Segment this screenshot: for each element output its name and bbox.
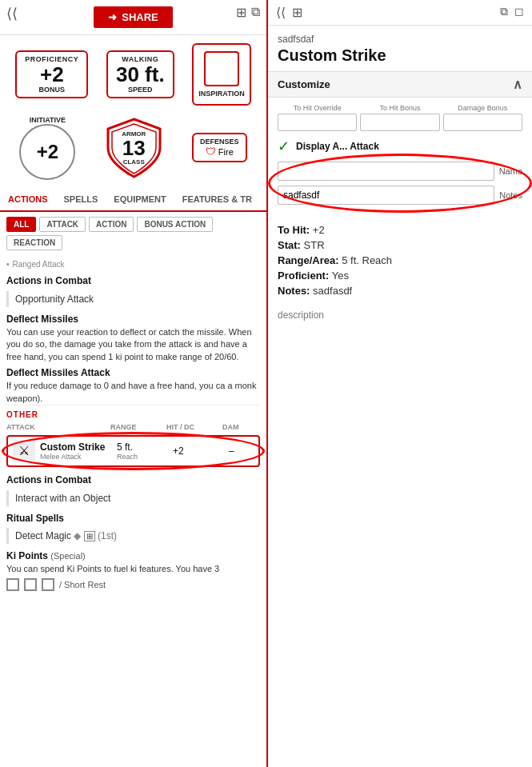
attack-name-col: ⚔ Custom Strike Melee Attack [13, 440, 117, 462]
rp-title: Custom Strike [268, 45, 532, 71]
name-input[interactable] [278, 162, 494, 181]
to-hit-value: +2 [313, 224, 325, 236]
ki-checkbox-row: / Short Rest [6, 575, 260, 594]
hit-bonus-label: To Hit Bonus [379, 104, 420, 112]
attack-icon-box: ⚔ [13, 440, 35, 462]
filter-bonus-action[interactable]: BONUS ACTION [137, 217, 213, 232]
window-icon-2[interactable]: ◻ [514, 5, 524, 20]
ki-checkbox-2[interactable] [24, 578, 37, 591]
filter-row: ALL ATTACK ACTION BONUS ACTION REACTION [0, 212, 266, 255]
back-icon[interactable]: ⟨⟨ [6, 5, 18, 22]
inspiration-label: INSPIRATION [198, 90, 244, 98]
walking-value: 30 ft. [116, 63, 165, 86]
stats-row: PROFICIENCY +2 BONUS WALKING 30 ft. SPEE… [0, 35, 266, 110]
ki-checkbox-3[interactable] [42, 578, 54, 591]
notes-display-strong: Notes: [278, 285, 310, 297]
detect-magic-item[interactable]: Detect Magic ◆ ⊞ (1st) [6, 528, 260, 544]
walking-label-bottom: SPEED [116, 86, 165, 94]
green-check-icon: ✓ [278, 138, 290, 155]
fire-label: Fire [218, 147, 234, 157]
ki-checkbox-1[interactable] [6, 578, 19, 591]
share-label: SHARE [122, 11, 158, 23]
attack-table-header: ATTACK RANGE HIT / DC DAM [6, 421, 260, 433]
other-label: OTHER [6, 405, 260, 421]
to-hit-strong: To Hit: [278, 224, 310, 236]
proficiency-box: PROFICIENCY +2 BONUS [15, 50, 88, 99]
notes-label: Notes [499, 190, 522, 200]
rp-top-nav: ⟨⟨ ⊞ ⧉ ◻ [268, 0, 532, 26]
col-hit: HIT / DC [166, 423, 222, 431]
deflect-missiles-attack-desc: If you reduce damage to 0 and have a fre… [6, 380, 260, 405]
custom-strike-row[interactable]: ⚔ Custom Strike Melee Attack 5 ft. Reach… [6, 435, 260, 467]
damage-bonus-input[interactable] [443, 114, 522, 131]
filter-action[interactable]: ACTION [89, 217, 134, 232]
collapse-icon[interactable]: ∧ [513, 77, 522, 92]
damage-bonus-label: Damage Bonus [458, 104, 507, 112]
defenses-label: DEFENSES [200, 138, 239, 146]
attack-name: Custom Strike [40, 441, 105, 453]
filter-reaction[interactable]: REACTION [6, 235, 62, 250]
attack-hit: +2 [173, 445, 229, 457]
rp-subtitle: sadfsdaf [268, 26, 532, 45]
attack-range: 5 ft. [117, 441, 173, 453]
display-attack-row: ✓ Display A... Attack [278, 138, 522, 155]
customize-label: Customize [278, 78, 330, 90]
armor-label-bottom: CLASS [122, 158, 146, 166]
tabs-row: ACTIONS SPELLS EQUIPMENT FEATURES & TR [0, 188, 266, 212]
customize-header: Customize ∧ [268, 71, 532, 98]
proficiency-label-bottom: BONUS [25, 86, 78, 94]
opportunity-attack-item[interactable]: Opportunity Attack [6, 291, 260, 307]
range-area-strong: Range/Area: [278, 254, 339, 266]
notes-row: Notes [278, 186, 522, 205]
bullet-icon: • [6, 260, 10, 269]
right-panel: ⟨⟨ ⊞ ⧉ ◻ sadfsdaf Custom Strike Customiz… [266, 0, 532, 767]
attack-range-sub: Reach [117, 453, 173, 461]
attack-range-col: 5 ft. Reach [117, 441, 173, 461]
short-rest-label: / Short Rest [59, 580, 106, 589]
filter-all[interactable]: ALL [6, 217, 36, 232]
window-icon-1[interactable]: ⧉ [500, 5, 508, 20]
hit-override-input[interactable] [278, 114, 357, 131]
attack-name-info: Custom Strike Melee Attack [40, 441, 105, 461]
nav-arrows-icon[interactable]: ⟨⟨ [276, 5, 286, 20]
col-range: RANGE [110, 423, 166, 431]
notes-input[interactable] [278, 186, 494, 205]
display-attack-label: Display A... Attack [296, 141, 379, 152]
tab-spells[interactable]: SPELLS [56, 188, 106, 212]
filter-attack[interactable]: ATTACK [39, 217, 86, 232]
stat-value: STR [304, 239, 325, 251]
ki-points-label: Ki Points [6, 550, 48, 561]
deflect-missiles-title: Deflect Missiles [6, 310, 260, 326]
interact-object-item[interactable]: Interact with an Object [6, 490, 260, 506]
tab-equipment[interactable]: EQUIPMENT [106, 188, 174, 212]
walking-speed-box: WALKING 30 ft. SPEED [106, 50, 174, 99]
notes-display-row: Notes: sadfasdf [278, 285, 522, 297]
description-text: description [278, 310, 324, 321]
stats-row-2: INITIATIVE +2 ARMOR 13 CLASS DEFENSES 🛡 … [0, 110, 266, 188]
col-dam: DAM [222, 423, 266, 431]
detect-magic-diamond: ◆ [74, 530, 81, 541]
share-button[interactable]: ➜ SHARE [94, 6, 173, 28]
ritual-spells-title: Ritual Spells [6, 509, 260, 525]
top-right-icons: ⊞ ⧉ [236, 5, 260, 20]
ranged-attack-item: • Ranged Attack [6, 258, 260, 270]
attack-subtype: Melee Attack [40, 453, 105, 461]
tab-actions[interactable]: ACTIONS [0, 188, 56, 212]
grid-icon[interactable]: ⊞ [236, 5, 246, 20]
proficient-strong: Proficient: [278, 270, 329, 282]
col-attack: ATTACK [6, 423, 110, 431]
description-area: description [268, 306, 532, 324]
share-icon2[interactable]: ⧉ [251, 5, 260, 20]
defenses-box: DEFENSES 🛡 Fire [192, 133, 247, 162]
fire-icon: 🛡 [206, 146, 216, 158]
initiative-label: INITIATIVE [19, 116, 75, 124]
hit-bonus-field: To Hit Bonus [360, 104, 439, 131]
attack-damage: – [229, 445, 266, 457]
ki-points-special: (Special) [50, 551, 85, 561]
tab-features[interactable]: FEATURES & TR [174, 188, 260, 212]
inspiration-box: INSPIRATION [192, 43, 250, 106]
left-panel: ⟨⟨ ➜ SHARE ⊞ ⧉ PROFICIENCY +2 BONUS WALK… [0, 0, 268, 767]
grid-icon-rp[interactable]: ⊞ [292, 5, 302, 20]
hit-bonus-input[interactable] [360, 114, 439, 131]
armor-container: ARMOR 13 CLASS [102, 114, 166, 182]
